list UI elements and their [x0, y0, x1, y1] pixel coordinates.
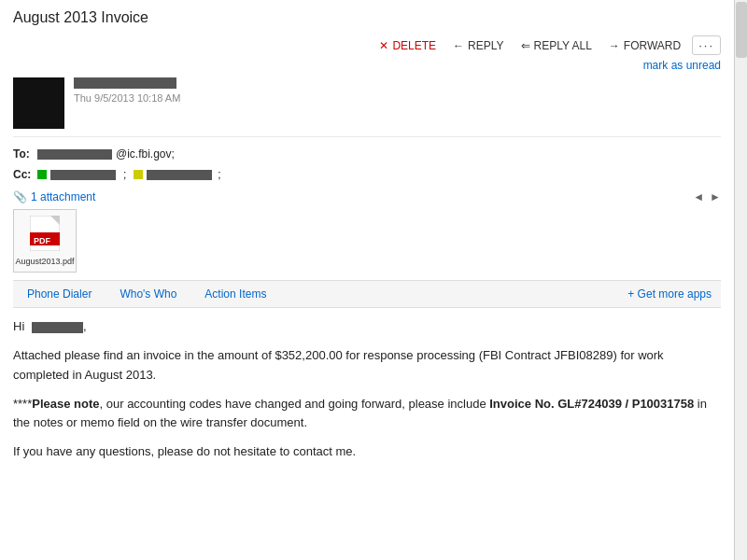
reply-label: REPLY	[468, 39, 503, 52]
reply-all-icon: ⇐	[521, 39, 530, 52]
svg-text:PDF: PDF	[34, 236, 51, 245]
body-paragraph-1: Attached please find an invoice in the a…	[13, 346, 721, 385]
paperclip-icon: 📎	[13, 190, 27, 203]
delete-button[interactable]: ✕ DELETE	[374, 36, 442, 55]
note-middle: , our accounting codes have changed and …	[100, 397, 490, 411]
tab-phone-dialer[interactable]: Phone Dialer	[13, 281, 106, 307]
tabs-bar: Phone Dialer Who's Who Action Items + Ge…	[13, 280, 721, 308]
get-more-apps-button[interactable]: + Get more apps	[618, 282, 721, 306]
cc-row: Cc: ; ;	[13, 165, 721, 186]
attachment-thumbnail[interactable]: PDF August2013.pdf	[13, 209, 77, 273]
reply-all-button[interactable]: ⇐ REPLY ALL	[515, 36, 598, 55]
forward-button[interactable]: → FORWARD	[603, 36, 686, 55]
avatar	[13, 77, 64, 129]
cc-name-1-redacted	[50, 170, 116, 180]
to-address-suffix: @ic.fbi.gov;	[116, 145, 175, 165]
attachment-section: 📎 1 attachment ◄ ► PDF August2013.pdf	[13, 190, 721, 273]
to-label: To:	[13, 145, 34, 165]
sender-info: Thu 9/5/2013 10:18 AM	[74, 77, 721, 104]
cc-dot-1	[37, 170, 47, 179]
attachment-count: 1 attachment	[31, 190, 95, 203]
body-paragraph-2: ****Please note, our accounting codes ha…	[13, 395, 721, 434]
mark-unread-link[interactable]: mark as unread	[643, 59, 721, 72]
sender-name-redacted	[74, 77, 176, 89]
to-row: To: @ic.fbi.gov;	[13, 145, 721, 165]
body-paragraph-3: If you have any questions, please do not…	[13, 442, 721, 462]
attachment-header: 📎 1 attachment ◄ ►	[13, 190, 721, 203]
attachment-filename: August2013.pdf	[15, 257, 74, 266]
tab-whos-who[interactable]: Who's Who	[106, 281, 190, 307]
note-bold-end: Invoice No. GL#724039 / P10031758	[489, 397, 694, 411]
forward-label: FORWARD	[624, 39, 681, 52]
cc-separator: ;	[123, 165, 126, 186]
email-title: August 2013 Invoice	[13, 9, 721, 26]
reply-button[interactable]: ← REPLY	[447, 36, 509, 55]
recipient-name-redacted	[32, 322, 83, 333]
cc-end-separator: ;	[218, 165, 220, 186]
mark-unread-row: mark as unread	[13, 59, 721, 72]
more-options-button[interactable]: ···	[692, 35, 721, 55]
prev-attachment-button[interactable]: ◄	[693, 190, 704, 203]
email-body: Hi , Attached please find an invoice in …	[13, 317, 721, 462]
tab-action-items[interactable]: Action Items	[190, 281, 280, 307]
next-attachment-button[interactable]: ►	[710, 190, 721, 203]
delete-x-icon: ✕	[379, 39, 388, 52]
reply-all-label: REPLY ALL	[534, 39, 592, 52]
pdf-icon: PDF	[30, 216, 60, 255]
attachment-label: 📎 1 attachment	[13, 190, 95, 203]
note-stars: ****	[13, 397, 32, 411]
greeting-text: Hi	[13, 319, 24, 333]
cc-label: Cc:	[13, 165, 34, 186]
cc-dot-2	[134, 170, 143, 179]
cc-name-2-redacted	[147, 170, 212, 180]
to-name-redacted	[37, 149, 112, 160]
delete-label: DELETE	[392, 39, 436, 52]
reply-icon: ←	[453, 39, 464, 52]
email-toolbar: ✕ DELETE ← REPLY ⇐ REPLY ALL → FORWARD ·…	[13, 35, 721, 55]
attachment-nav: ◄ ►	[693, 190, 721, 203]
sender-date: Thu 9/5/2013 10:18 AM	[74, 92, 721, 104]
sender-row: Thu 9/5/2013 10:18 AM	[13, 77, 721, 137]
forward-icon: →	[609, 39, 620, 52]
note-bold-start: Please note	[32, 397, 99, 411]
recipients-section: To: @ic.fbi.gov; Cc: ; ;	[13, 145, 721, 185]
body-greeting: Hi ,	[13, 317, 721, 337]
